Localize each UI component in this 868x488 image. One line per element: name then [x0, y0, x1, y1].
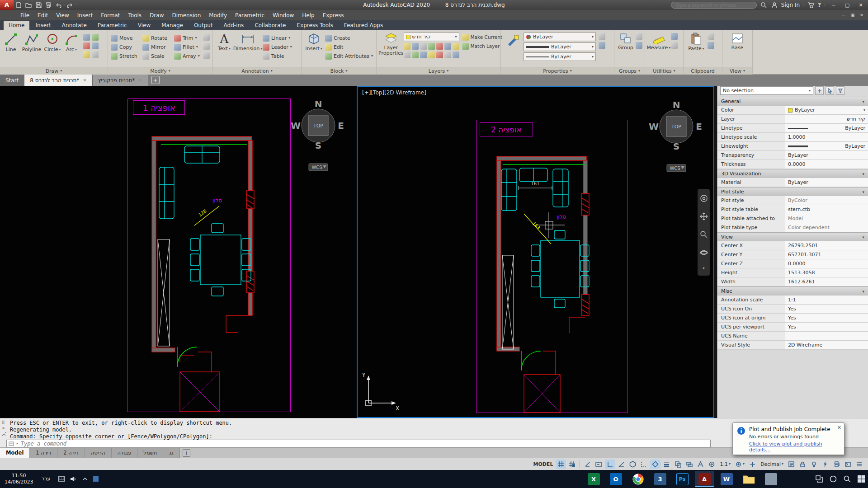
layout-tab-dira1[interactable]: דירה 1 [30, 448, 57, 458]
menu-dimension[interactable]: Dimension [168, 11, 205, 20]
touch-keyboard-icon[interactable] [57, 475, 66, 483]
measure-button[interactable]: Measure▾ [646, 30, 671, 51]
make-current-button[interactable]: Make Current [461, 33, 503, 42]
layer-on-icon[interactable] [404, 43, 410, 50]
section-collapse-icon[interactable]: ▾ [862, 172, 864, 176]
edit-attributes-caret-icon[interactable]: ▾ [371, 54, 373, 58]
menu-file[interactable]: File [16, 11, 33, 20]
viewport-right[interactable]: [+][Top][2D Wireframe] אופציה 2 [357, 86, 714, 418]
section-misc[interactable]: Misc▾ [717, 286, 868, 296]
object-color-dropdown[interactable]: ByLayer ▾ [524, 33, 596, 41]
quick-properties-toggle[interactable] [786, 460, 797, 469]
dynamic-input-toggle[interactable] [594, 460, 604, 469]
property-row-plot-table-attached[interactable]: Plot table attached to Model [717, 214, 868, 223]
table-button[interactable]: Table [262, 52, 293, 61]
group-button[interactable]: Group [616, 30, 636, 51]
menu-express[interactable]: Express [319, 11, 348, 20]
menu-draw[interactable]: Draw [146, 11, 168, 20]
menu-format[interactable]: Format [97, 11, 124, 20]
erase-tool-icon[interactable] [203, 34, 210, 41]
properties-list-icon[interactable] [599, 33, 605, 40]
toggle-pickadd-button[interactable] [815, 86, 824, 95]
trim-caret-icon[interactable]: ▾ [195, 36, 197, 40]
search-input[interactable] [671, 2, 757, 9]
array-button[interactable]: Array▾ [173, 52, 203, 61]
file-tab-other[interactable]: תכנית פרקוביץ*✕ [93, 75, 148, 86]
leader-button[interactable]: Leader▾ [262, 42, 293, 52]
layout-tab-avoda[interactable]: עבודה [112, 448, 138, 458]
fillet-caret-icon[interactable]: ▾ [196, 45, 198, 49]
layout-tab-harisa[interactable]: הריסה [85, 448, 112, 458]
utilities-panel-label[interactable]: Utilities▾ [645, 67, 683, 75]
property-row-thickness[interactable]: Thickness 0.0000 [717, 160, 868, 169]
property-row-height[interactable]: Height 1513.3058 [717, 268, 868, 277]
tray-app-icon[interactable] [91, 475, 100, 483]
property-row-ucs-icon-on[interactable]: UCS icon On Yes [717, 305, 868, 314]
viewport-header[interactable]: [+][Top][2D Wireframe] [362, 89, 426, 96]
section-general[interactable]: General▾ [717, 97, 868, 106]
layer-copy-icon[interactable] [453, 52, 459, 58]
property-row-center-z[interactable]: Center Z 0.0000 [717, 259, 868, 268]
redo-icon[interactable] [65, 0, 75, 9]
autocad-app-button[interactable]: A [0, 0, 14, 10]
property-row-ucs-icon-origin[interactable]: UCS icon at origin Yes [717, 314, 868, 323]
layer-properties-button[interactable]: Layer Properties [378, 30, 404, 58]
menu-parametric[interactable]: Parametric [231, 11, 269, 20]
menu-tools[interactable]: Tools [124, 11, 146, 20]
viewport-left[interactable]: אופציה 1 [0, 86, 357, 418]
insert-block-button[interactable]: Insert▾ [303, 30, 324, 61]
property-row-ucs-name[interactable]: UCS Name [717, 332, 868, 341]
isolate-objects-button[interactable] [809, 460, 819, 469]
annotation-monitor-button[interactable] [747, 460, 758, 469]
graphics-performance-button[interactable] [820, 460, 830, 469]
ungroup-icon[interactable] [636, 33, 642, 40]
sign-in-label[interactable]: Sign In [781, 2, 800, 8]
ribbon-tab-featured-apps[interactable]: Featured Apps [339, 21, 388, 30]
ribbon-tab-annotate[interactable]: Annotate [57, 21, 92, 30]
create-block-button[interactable]: Create [324, 33, 374, 42]
quick-select-button[interactable] [836, 86, 844, 95]
furniture-left[interactable] [159, 146, 251, 296]
ribbon-tab-express-tools[interactable]: Express Tools [292, 21, 338, 30]
layer-freeze-vp-icon[interactable] [428, 52, 435, 58]
property-row-plot-style-table[interactable]: Plot style table stern.ctb [717, 205, 868, 214]
copy-button[interactable]: Copy [110, 42, 142, 52]
taskbar-chrome[interactable] [628, 471, 647, 487]
mirror-button[interactable]: Mirror [142, 42, 173, 52]
search-icon[interactable] [760, 1, 768, 9]
command-customize-icon[interactable] [9, 441, 14, 446]
clipboard-panel-label[interactable]: Clipboard [684, 67, 722, 75]
notification-link[interactable]: Click to view plot and publish details..… [749, 441, 840, 453]
text-caret-icon[interactable]: ▾ [229, 47, 231, 51]
new-tab-button[interactable]: + [151, 76, 160, 84]
arc-caret-icon[interactable]: ▾ [75, 48, 77, 52]
model-space-button[interactable]: MODEL [531, 460, 555, 469]
menu-window[interactable]: Window [269, 11, 298, 20]
spline-tool-icon[interactable] [92, 42, 99, 49]
customize-status-button[interactable] [854, 460, 864, 469]
ucs-icon[interactable]: Y X [362, 372, 399, 412]
app-store-cart-icon[interactable] [807, 1, 815, 9]
file-tab-close-icon[interactable]: ✕ [83, 78, 86, 83]
walls-right[interactable] [497, 156, 589, 375]
drag-handle-icon[interactable]: ⣿ [2, 419, 5, 424]
doc-minimize-button[interactable]: ─ [839, 12, 848, 19]
layer-thaw-icon[interactable] [453, 43, 459, 50]
taskbar-search-icon[interactable] [843, 475, 851, 483]
stretch-button[interactable]: Stretch [110, 52, 142, 61]
dining-table-left[interactable] [200, 235, 241, 285]
window-right[interactable] [502, 255, 514, 349]
modify-panel-label[interactable]: Modify▾ [108, 67, 212, 75]
fillet-button[interactable]: Fillet▾ [173, 42, 203, 52]
clean-screen-button[interactable] [843, 460, 853, 469]
edit-block-button[interactable]: Edit [324, 42, 374, 52]
lock-ui-button[interactable] [797, 460, 808, 469]
door-right[interactable] [503, 164, 585, 371]
edit-attributes-button[interactable]: Edit Attributes▾ [324, 52, 374, 61]
customize-wrench-icon[interactable] [1, 432, 6, 436]
help-icon[interactable]: ? [818, 2, 821, 8]
plan-title-right[interactable]: אופציה 2 [491, 125, 522, 134]
transparency-tool-icon[interactable] [599, 42, 605, 49]
leader-caret-icon[interactable]: ▾ [290, 45, 292, 49]
region-tool-icon[interactable] [92, 51, 99, 58]
